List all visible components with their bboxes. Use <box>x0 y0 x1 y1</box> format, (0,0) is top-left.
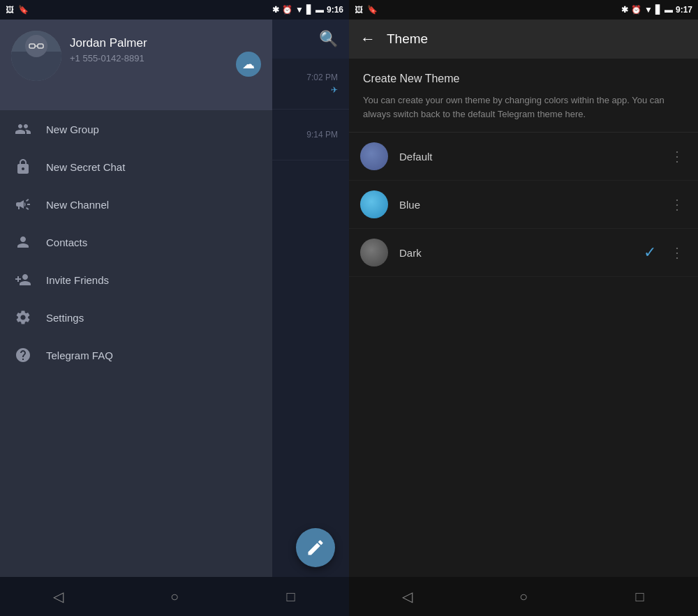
settings-label: Settings <box>46 312 84 324</box>
navigator-icon-1: ✈ <box>306 85 338 95</box>
sidebar-item-invite-friends[interactable]: Invite Friends <box>0 261 272 299</box>
theme-content: Create New Theme You can create your own… <box>349 59 698 577</box>
signal-icon: ▋ <box>306 5 313 15</box>
theme-options-list: Default ⋮ Blue ⋮ Dark ✓ ⋮ <box>349 133 698 277</box>
new-channel-label: New Channel <box>46 199 109 211</box>
left-recents-btn[interactable]: □ <box>277 583 305 610</box>
left-back-btn[interactable]: ◁ <box>44 583 72 610</box>
battery-icon: ▬ <box>315 5 324 15</box>
avatar <box>11 31 61 81</box>
right-status-left: 🖼 🔖 <box>355 5 378 15</box>
new-secret-chat-label: New Secret Chat <box>46 161 125 173</box>
contacts-label: Contacts <box>46 236 87 248</box>
default-theme-name: Default <box>399 151 656 163</box>
right-panel: 🖼 🔖 ✱ ⏰ ▼ ▋ ▬ 9:17 ← Theme Create New Th… <box>349 0 698 616</box>
right-signal-icon: ▋ <box>655 5 662 15</box>
left-status-bar: 🖼 🔖 ✱ ⏰ ▼ ▋ ▬ 9:16 <box>0 0 349 20</box>
create-theme-description: You can create your own theme by changin… <box>363 93 684 121</box>
compose-fab[interactable] <box>296 528 335 567</box>
left-status-right: ✱ ⏰ ▼ ▋ ▬ 9:16 <box>272 5 343 15</box>
settings-icon <box>14 308 32 326</box>
right-wifi-icon: ▼ <box>644 5 653 15</box>
dark-theme-circle <box>360 239 388 266</box>
group-icon <box>14 120 32 138</box>
chat-meta-2: 9:14 PM <box>306 130 338 140</box>
default-theme-circle <box>360 142 388 170</box>
blue-theme-name: Blue <box>399 199 656 211</box>
megaphone-icon <box>14 195 32 213</box>
sidebar-item-settings[interactable]: Settings <box>0 299 272 336</box>
left-nav-bar: ◁ ○ □ <box>0 577 349 616</box>
theme-option-dark[interactable]: Dark ✓ ⋮ <box>349 229 698 277</box>
right-photo-icon: 🖼 <box>355 5 363 15</box>
left-home-btn[interactable]: ○ <box>161 583 188 610</box>
sidebar-item-contacts[interactable]: Contacts <box>0 223 272 261</box>
left-panel: 🖼 🔖 ✱ ⏰ ▼ ▋ ▬ 9:16 🔍 ··· in... 7:02 PM ✈ <box>0 0 349 616</box>
bluetooth-icon: ✱ <box>272 5 279 15</box>
right-battery-icon: ▬ <box>664 5 673 15</box>
right-status-bar: 🖼 🔖 ✱ ⏰ ▼ ▋ ▬ 9:17 <box>349 0 698 20</box>
new-group-label: New Group <box>46 123 99 135</box>
drawer-menu: New Group New Secret Chat New Channel <box>0 110 272 577</box>
chat-time-1: 7:02 PM <box>306 73 338 82</box>
drawer-header: Jordan Palmer +1 555-0142-8891 ☁ <box>0 20 272 110</box>
default-theme-more-icon[interactable]: ⋮ <box>667 145 687 167</box>
alarm-icon: ⏰ <box>282 5 292 15</box>
right-alarm-icon: ⏰ <box>631 5 641 15</box>
create-theme-title: Create New Theme <box>363 73 684 85</box>
sidebar-item-new-secret-chat[interactable]: New Secret Chat <box>0 148 272 186</box>
invite-icon <box>14 271 32 289</box>
sidebar-item-new-channel[interactable]: New Channel <box>0 186 272 223</box>
chat-meta-1: 7:02 PM ✈ <box>306 73 338 95</box>
right-nav-bar: ◁ ○ □ <box>349 577 698 616</box>
blue-theme-circle <box>360 190 388 218</box>
right-recents-btn[interactable]: □ <box>626 583 654 610</box>
theme-header: ← Theme <box>349 20 698 59</box>
dark-theme-check-icon: ✓ <box>644 243 656 262</box>
right-bookmark-icon: 🔖 <box>367 5 378 15</box>
invite-friends-label: Invite Friends <box>46 274 109 286</box>
dark-theme-more-icon[interactable]: ⋮ <box>667 241 687 264</box>
photo-icon: 🖼 <box>6 5 14 15</box>
right-time: 9:17 <box>676 5 692 15</box>
left-time: 9:16 <box>327 5 343 15</box>
back-button[interactable]: ← <box>360 30 376 48</box>
theme-option-blue[interactable]: Blue ⋮ <box>349 181 698 229</box>
right-status-right: ✱ ⏰ ▼ ▋ ▬ 9:17 <box>621 5 692 15</box>
drawer-user-info: Jordan Palmer +1 555-0142-8891 <box>70 31 228 63</box>
search-icon[interactable]: 🔍 <box>319 30 338 48</box>
lock-icon <box>14 158 32 176</box>
create-theme-section: Create New Theme You can create your own… <box>349 59 698 133</box>
cloud-button[interactable]: ☁ <box>236 52 261 77</box>
left-status-icons: 🖼 🔖 <box>6 5 29 15</box>
faq-icon <box>14 346 32 364</box>
blue-theme-more-icon[interactable]: ⋮ <box>667 193 687 216</box>
theme-option-default[interactable]: Default ⋮ <box>349 133 698 181</box>
theme-title: Theme <box>387 31 428 47</box>
drawer-phone: +1 555-0142-8891 <box>70 53 228 63</box>
sidebar-item-faq[interactable]: Telegram FAQ <box>0 336 272 374</box>
contact-icon <box>14 233 32 251</box>
sidebar-item-new-group[interactable]: New Group <box>0 110 272 148</box>
right-bluetooth-icon: ✱ <box>621 5 628 15</box>
drawer-username: Jordan Palmer <box>70 36 228 50</box>
chat-time-2: 9:14 PM <box>306 130 338 140</box>
right-back-btn[interactable]: ◁ <box>393 583 421 610</box>
wifi-icon: ▼ <box>295 5 304 15</box>
faq-label: Telegram FAQ <box>46 350 113 361</box>
bookmark-icon: 🔖 <box>18 5 29 15</box>
drawer: Jordan Palmer +1 555-0142-8891 ☁ New Gro… <box>0 20 272 577</box>
right-home-btn[interactable]: ○ <box>510 583 537 610</box>
dark-theme-name: Dark <box>399 247 632 259</box>
